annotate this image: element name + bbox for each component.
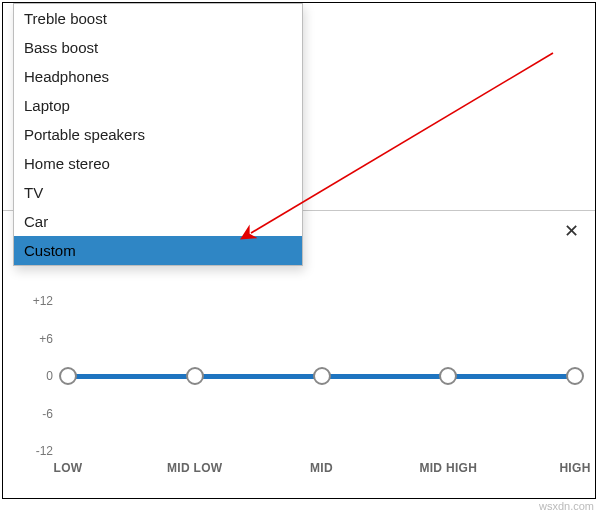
preset-option-headphones[interactable]: Headphones [14, 62, 302, 91]
y-tick: +12 [23, 294, 53, 308]
preset-option-portable-speakers[interactable]: Portable speakers [14, 120, 302, 149]
preset-option-label: Portable speakers [24, 126, 145, 143]
preset-option-custom[interactable]: Custom [14, 236, 302, 265]
preset-option-label: Home stereo [24, 155, 110, 172]
preset-option-label: TV [24, 184, 43, 201]
preset-option-laptop[interactable]: Laptop [14, 91, 302, 120]
eq-thumb-high[interactable] [566, 367, 584, 385]
app-frame: o ✕ +12+60-6-12 LOWMID LOWMIDMID HIGHHIG… [2, 2, 596, 499]
y-tick: +6 [23, 332, 53, 346]
y-axis-ticks: +12+60-6-12 [23, 301, 53, 451]
preset-option-label: Custom [24, 242, 76, 259]
x-tick: MID [310, 461, 333, 475]
preset-option-label: Treble boost [24, 10, 107, 27]
eq-thumb-low[interactable] [59, 367, 77, 385]
preset-option-label: Headphones [24, 68, 109, 85]
eq-thumb-mid[interactable] [313, 367, 331, 385]
preset-option-home-stereo[interactable]: Home stereo [14, 149, 302, 178]
x-axis-ticks: LOWMID LOWMIDMID HIGHHIGH [68, 461, 575, 481]
equalizer-slider-area: +12+60-6-12 LOWMID LOWMIDMID HIGHHIGH [23, 301, 575, 481]
x-tick: MID HIGH [419, 461, 477, 475]
preset-option-treble-boost[interactable]: Treble boost [14, 4, 302, 33]
y-tick: 0 [23, 369, 53, 383]
close-icon: ✕ [564, 221, 579, 241]
y-tick: -12 [23, 444, 53, 458]
eq-thumb-mid-high[interactable] [439, 367, 457, 385]
preset-option-label: Car [24, 213, 48, 230]
preset-option-car[interactable]: Car [14, 207, 302, 236]
preset-dropdown[interactable]: Treble boostBass boostHeadphonesLaptopPo… [13, 3, 303, 266]
preset-option-bass-boost[interactable]: Bass boost [14, 33, 302, 62]
preset-option-tv[interactable]: TV [14, 178, 302, 207]
left-edge-label: o [2, 13, 3, 29]
watermark: wsxdn.com [539, 500, 594, 512]
x-tick: HIGH [559, 461, 590, 475]
x-tick: LOW [54, 461, 83, 475]
eq-thumb-mid-low[interactable] [186, 367, 204, 385]
close-button[interactable]: ✕ [559, 221, 583, 245]
preset-option-label: Bass boost [24, 39, 98, 56]
preset-option-label: Laptop [24, 97, 70, 114]
x-tick: MID LOW [167, 461, 222, 475]
y-tick: -6 [23, 407, 53, 421]
